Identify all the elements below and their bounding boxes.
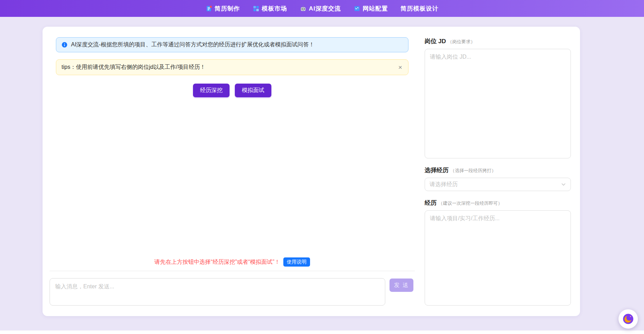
main-card: AI深度交流-根据您所填的项目、工作等通过问答方式对您的经历进行扩展优化或者模拟… bbox=[43, 27, 580, 316]
top-nav: 简历制作 模板市场 AI深度交流 bbox=[0, 0, 644, 17]
experience-select-label: 选择经历 bbox=[425, 166, 449, 174]
template-icon bbox=[253, 5, 259, 12]
tips-banner: tips：使用前请优先填写右侧的岗位jd以及工作/项目经历！ × bbox=[56, 59, 408, 75]
page-background: AI深度交流-根据您所填的项目、工作等通过问答方式对您的经历进行扩展优化或者模拟… bbox=[0, 17, 644, 330]
experience-select-hint: （选择一段经历拷打） bbox=[450, 168, 496, 174]
nav-item-ai-chat[interactable]: AI深度交流 bbox=[300, 5, 341, 13]
job-form-panel: 岗位 JD （岗位要求） 选择经历 （选择一段经历拷打） 请选择经历 经历 （建… bbox=[425, 37, 571, 306]
experience-textarea[interactable] bbox=[425, 210, 571, 306]
jd-label-row: 岗位 JD （岗位要求） bbox=[425, 37, 571, 45]
message-input-row: 发 送 bbox=[50, 271, 415, 306]
nav-item-label: 简历制作 bbox=[215, 5, 240, 13]
empty-hint-text: 请先在上方按钮中选择“经历深挖”或者“模拟面试”！ bbox=[154, 258, 280, 266]
chat-empty-space bbox=[56, 97, 408, 257]
info-banner: AI深度交流-根据您所填的项目、工作等通过问答方式对您的经历进行扩展优化或者模拟… bbox=[56, 37, 408, 52]
message-input[interactable] bbox=[50, 278, 385, 306]
jd-label-hint: （岗位要求） bbox=[447, 39, 475, 45]
info-icon bbox=[62, 42, 67, 48]
mode-button-row: 经历深挖 模拟面试 bbox=[56, 84, 408, 97]
nav-item-resume-builder[interactable]: 简历制作 bbox=[206, 5, 240, 13]
config-icon bbox=[354, 5, 360, 12]
experience-select-placeholder: 请选择经历 bbox=[430, 181, 458, 188]
nav-item-template-design[interactable]: 简历模板设计 bbox=[401, 5, 439, 13]
experience-select-label-row: 选择经历 （选择一段经历拷打） bbox=[425, 166, 571, 174]
send-button[interactable]: 发 送 bbox=[389, 279, 413, 292]
robot-icon bbox=[300, 5, 307, 12]
jd-label: 岗位 JD bbox=[425, 37, 446, 45]
chat-panel: AI深度交流-根据您所填的项目、工作等通过问答方式对您的经历进行扩展优化或者模拟… bbox=[50, 37, 415, 306]
resume-icon bbox=[206, 5, 212, 12]
mock-interview-button[interactable]: 模拟面试 bbox=[235, 84, 271, 97]
tips-banner-text: tips：使用前请优先填写右侧的岗位jd以及工作/项目经历！ bbox=[62, 64, 206, 71]
nav-item-template-market[interactable]: 模板市场 bbox=[253, 5, 287, 13]
chevron-down-icon bbox=[561, 182, 566, 187]
nav-item-label: 网站配置 bbox=[363, 5, 388, 13]
nav-item-label: 简历模板设计 bbox=[401, 5, 439, 13]
theme-toggle-button[interactable] bbox=[618, 309, 638, 329]
nav-item-label: 模板市场 bbox=[262, 5, 287, 13]
experience-label-row: 经历 （建议一次深挖一段经历即可） bbox=[425, 199, 571, 207]
experience-label: 经历 bbox=[425, 199, 437, 207]
jd-textarea[interactable] bbox=[425, 49, 571, 158]
nav-item-site-config[interactable]: 网站配置 bbox=[354, 5, 388, 13]
nav-item-label: AI深度交流 bbox=[309, 5, 341, 13]
close-icon[interactable]: × bbox=[398, 64, 403, 71]
experience-label-hint: （建议一次深挖一段经历即可） bbox=[438, 200, 502, 207]
empty-hint-row: 请先在上方按钮中选择“经历深挖”或者“模拟面试”！ 使用说明 bbox=[56, 257, 408, 271]
info-banner-text: AI深度交流-根据您所填的项目、工作等通过问答方式对您的经历进行扩展优化或者模拟… bbox=[71, 41, 314, 48]
usage-guide-button[interactable]: 使用说明 bbox=[283, 257, 310, 267]
moon-icon bbox=[622, 313, 634, 325]
chat-messages-area: AI深度交流-根据您所填的项目、工作等通过问答方式对您的经历进行扩展优化或者模拟… bbox=[50, 37, 415, 271]
experience-select[interactable]: 请选择经历 bbox=[425, 178, 571, 191]
deep-dig-button[interactable]: 经历深挖 bbox=[193, 84, 230, 97]
